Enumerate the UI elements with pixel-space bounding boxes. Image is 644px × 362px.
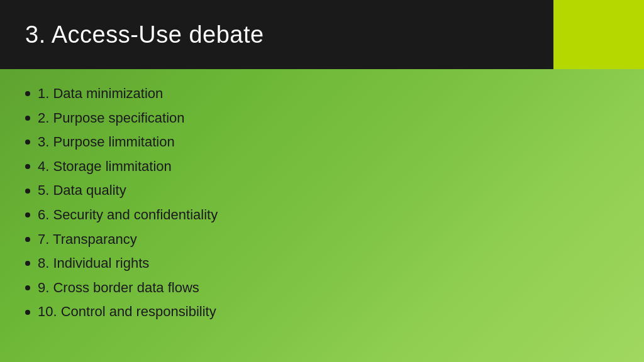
bullet-dot-icon [25,261,30,266]
list-item-text: 3. Purpose limmitation [38,133,175,151]
slide: 3. Access-Use debate 1. Data minimizatio… [0,0,644,362]
list-item: 9. Cross border data flows [25,276,619,300]
list-item-text: 7. Transparancy [38,231,137,249]
list-item-text: 1. Data minimization [38,85,163,103]
list-item-text: 10. Control and responsibility [38,303,216,321]
list-item: 6. Security and confidentiality [25,203,619,228]
list-item-text: 2. Purpose specification [38,109,185,128]
bullet-dot-icon [25,140,30,145]
list-item: 8. Individual rights [25,251,619,276]
content-area: 1. Data minimization2. Purpose specifica… [25,82,619,324]
list-item-text: 8. Individual rights [38,255,149,273]
header-bar: 3. Access-Use debate [0,0,553,69]
bullet-dot-icon [25,164,30,169]
list-item: 5. Data quality [25,178,619,203]
bullet-dot-icon [25,237,30,242]
list-item: 10. Control and responsibility [25,300,619,324]
bullet-dot-icon [25,116,30,121]
slide-title: 3. Access-Use debate [25,21,264,48]
list-item: 4. Storage limmitation [25,155,619,179]
list-item: 1. Data minimization [25,82,619,106]
bullet-dot-icon [25,212,30,217]
list-item-text: 9. Cross border data flows [38,279,199,297]
list-item: 3. Purpose limmitation [25,130,619,155]
bullet-dot-icon [25,310,30,315]
list-item-text: 5. Data quality [38,182,126,200]
bullet-dot-icon [25,91,30,96]
list-item: 7. Transparancy [25,228,619,252]
list-item-text: 4. Storage limmitation [38,158,172,176]
bullet-dot-icon [25,189,30,194]
list-item: 2. Purpose specification [25,106,619,131]
bullet-list: 1. Data minimization2. Purpose specifica… [25,82,619,324]
list-item-text: 6. Security and confidentiality [38,206,218,224]
accent-box [553,0,644,69]
bullet-dot-icon [25,285,30,290]
